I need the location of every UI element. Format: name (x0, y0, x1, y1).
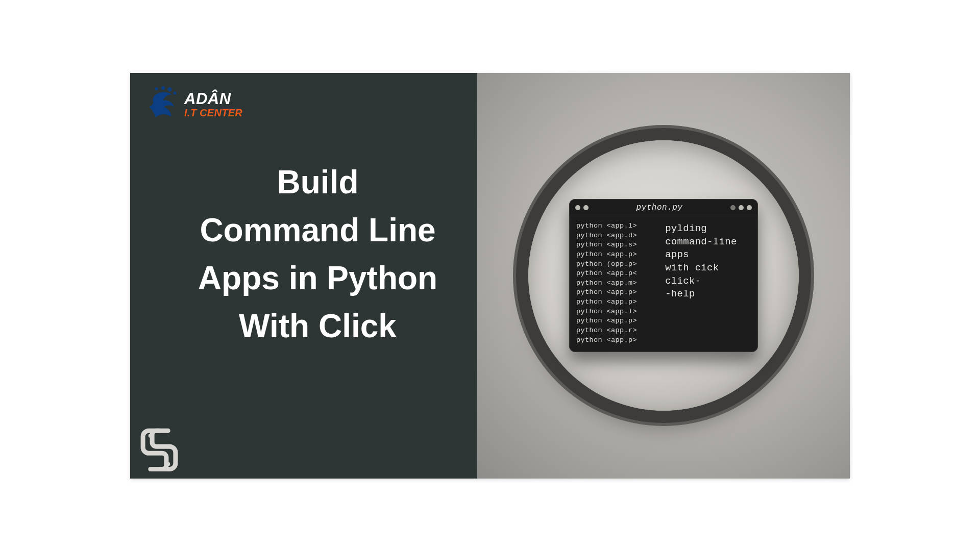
terminal-line: python <app.p> (576, 250, 660, 260)
terminal-line: python <app.m> (576, 279, 660, 288)
terminal-body: python <app.l> python <app.d> python <ap… (569, 216, 758, 352)
terminal-line: python <app.r> (576, 326, 660, 336)
terminal-line: python <app.p> (576, 316, 660, 326)
terminal-line: python <app.s> (576, 240, 660, 250)
window-dot-icon (575, 205, 580, 210)
python-logo-icon (136, 427, 182, 472)
lens-frame: python.py python <app.l> python <app.d> … (528, 140, 799, 411)
terminal-line: python <app.p> (576, 297, 660, 307)
terminal-title: python.py (636, 203, 683, 212)
logo-line1: ADÂN (184, 91, 242, 107)
terminal-right-column: pylding command-line apps with cick clic… (665, 221, 751, 345)
terminal-text: click- (665, 275, 751, 288)
terminal-text: command-line apps (665, 236, 751, 262)
svg-point-5 (166, 462, 170, 466)
left-panel: ADÂN I.T CENTER Build Command Line Apps … (130, 73, 477, 479)
terminal-line: python <app.d> (576, 231, 660, 241)
window-dot-icon (747, 205, 752, 210)
logo-icon (145, 86, 182, 122)
terminal-text: -help (665, 288, 751, 301)
terminal-line: python <app.l> (576, 221, 660, 231)
terminal-text: pylding (665, 222, 751, 236)
terminal-line: python (opp.p> (576, 260, 660, 269)
window-dot-icon (583, 205, 589, 210)
svg-point-4 (149, 433, 153, 437)
terminal-line: python <app.l> (576, 307, 660, 317)
headline: Build Command Line Apps in Python With C… (145, 158, 462, 350)
svg-point-0 (155, 87, 158, 90)
banner: ADÂN I.T CENTER Build Command Line Apps … (130, 73, 850, 479)
window-dot-icon (739, 205, 744, 210)
terminal-text: with cick (665, 262, 751, 275)
svg-point-2 (168, 87, 172, 91)
window-controls-right (730, 205, 752, 210)
right-panel: python.py python <app.l> python <app.d> … (477, 73, 850, 479)
terminal-left-column: python <app.l> python <app.d> python <ap… (576, 221, 660, 345)
terminal-titlebar: python.py (569, 199, 758, 216)
window-dot-icon (730, 205, 736, 210)
window-controls-left (575, 205, 589, 210)
logo: ADÂN I.T CENTER (145, 86, 462, 122)
svg-point-3 (174, 91, 177, 94)
logo-line2: I.T CENTER (184, 108, 242, 118)
terminal-window: python.py python <app.l> python <app.d> … (569, 199, 758, 352)
terminal-line: python <app.p> (576, 336, 660, 345)
svg-point-1 (161, 86, 165, 89)
logo-text: ADÂN I.T CENTER (184, 91, 242, 118)
terminal-line: python <app.p> (576, 288, 660, 297)
terminal-line: python <app.p< (576, 269, 660, 279)
